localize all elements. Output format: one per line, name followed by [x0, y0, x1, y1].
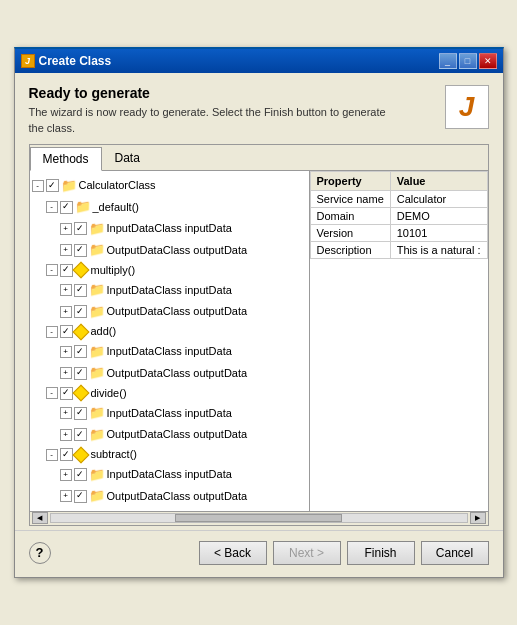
tree-pane[interactable]: - ✓ 📁 CalculatorClass - ✓ 📁 _default() +: [30, 171, 310, 511]
prop-val-desc: This is a natural :: [390, 241, 487, 258]
expander-add[interactable]: -: [46, 326, 58, 338]
prop-val-service: Calculator: [390, 190, 487, 207]
tree-item-multiply-input: + ✓ 📁 InputDataClass inputData: [32, 279, 307, 301]
checkbox-multiply[interactable]: ✓: [60, 264, 73, 277]
expander-subtract-output[interactable]: +: [60, 490, 72, 502]
prop-row-service: Service name Calculator: [310, 190, 487, 207]
back-button[interactable]: < Back: [199, 541, 267, 565]
expander-multiply[interactable]: -: [46, 264, 58, 276]
dialog-content: Ready to generate The wizard is now read…: [15, 73, 503, 526]
expander-default-input[interactable]: +: [60, 223, 72, 235]
diamond-icon-add: [72, 323, 89, 340]
next-button[interactable]: Next >: [273, 541, 341, 565]
checkbox-subtract[interactable]: ✓: [60, 448, 73, 461]
expander-divide-output[interactable]: +: [60, 429, 72, 441]
label-multiply-output: OutputDataClass outputData: [107, 303, 248, 320]
checkbox-default-output[interactable]: ✓: [74, 244, 87, 257]
label-multiply-input: InputDataClass inputData: [107, 282, 232, 299]
label-subtract: subtract(): [91, 446, 137, 463]
checkbox-add-output[interactable]: ✓: [74, 367, 87, 380]
tree-item-add: - ✓ add(): [32, 322, 307, 341]
tree-root: - ✓ 📁 CalculatorClass: [32, 175, 307, 197]
checkbox-add[interactable]: ✓: [60, 325, 73, 338]
label-divide: divide(): [91, 385, 127, 402]
finish-button[interactable]: Finish: [347, 541, 415, 565]
checkbox-default-input[interactable]: ✓: [74, 222, 87, 235]
label-divide-output: OutputDataClass outputData: [107, 426, 248, 443]
title-bar: J Create Class _ □ ✕: [15, 49, 503, 73]
expander-subtract[interactable]: -: [46, 449, 58, 461]
expander-subtract-input[interactable]: +: [60, 469, 72, 481]
cancel-button[interactable]: Cancel: [421, 541, 489, 565]
label-default-input: InputDataClass inputData: [107, 220, 232, 237]
folder-icon-subtract-output: 📁: [89, 486, 105, 506]
folder-icon-root: 📁: [61, 176, 77, 196]
checkbox-divide[interactable]: ✓: [60, 387, 73, 400]
expander-multiply-output[interactable]: +: [60, 306, 72, 318]
expander-divide[interactable]: -: [46, 387, 58, 399]
checkbox-divide-output[interactable]: ✓: [74, 428, 87, 441]
tree-item-add-output: + ✓ 📁 OutputDataClass outputData: [32, 362, 307, 384]
property-table: Property Value Service name Calculator D…: [310, 171, 488, 259]
tree-item-divide-output: + ✓ 📁 OutputDataClass outputData: [32, 424, 307, 446]
scroll-right-button[interactable]: ▶: [470, 512, 486, 524]
scroll-track[interactable]: [50, 513, 468, 523]
checkbox-multiply-input[interactable]: ✓: [74, 284, 87, 297]
footer-left: ?: [29, 542, 51, 564]
maximize-button[interactable]: □: [459, 53, 477, 69]
folder-icon-default: 📁: [75, 197, 91, 217]
expander-divide-input[interactable]: +: [60, 407, 72, 419]
checkbox-add-input[interactable]: ✓: [74, 345, 87, 358]
label-multiply: multiply(): [91, 262, 136, 279]
diamond-icon-multiply: [72, 262, 89, 279]
help-button[interactable]: ?: [29, 542, 51, 564]
diamond-icon-divide: [72, 385, 89, 402]
prop-key-domain: Domain: [310, 207, 390, 224]
folder-icon-default-input: 📁: [89, 219, 105, 239]
tree-item-multiply: - ✓ multiply(): [32, 261, 307, 280]
title-icon: J: [21, 54, 35, 68]
checkbox-root[interactable]: ✓: [46, 179, 59, 192]
expander-root[interactable]: -: [32, 180, 44, 192]
tree-item-divide-input: + ✓ 📁 InputDataClass inputData: [32, 402, 307, 424]
scrollbar-area: ◀ ▶: [30, 511, 488, 525]
expander-default[interactable]: -: [46, 201, 58, 213]
tree-item-subtract: - ✓ subtract(): [32, 445, 307, 464]
tab-header: Methods Data: [30, 145, 488, 171]
label-subtract-output: OutputDataClass outputData: [107, 488, 248, 505]
tree-item-divide: - ✓ divide(): [32, 384, 307, 403]
checkbox-divide-input[interactable]: ✓: [74, 407, 87, 420]
tab-methods[interactable]: Methods: [30, 147, 102, 171]
expander-default-output[interactable]: +: [60, 244, 72, 256]
checkbox-subtract-input[interactable]: ✓: [74, 468, 87, 481]
label-default: _default(): [93, 199, 139, 216]
prop-row-domain: Domain DEMO: [310, 207, 487, 224]
folder-icon-divide-output: 📁: [89, 425, 105, 445]
expander-multiply-input[interactable]: +: [60, 284, 72, 296]
header-description: The wizard is now ready to generate. Sel…: [29, 105, 399, 136]
close-button[interactable]: ✕: [479, 53, 497, 69]
checkbox-default[interactable]: ✓: [60, 201, 73, 214]
prop-row-desc: Description This is a natural :: [310, 241, 487, 258]
checkbox-subtract-output[interactable]: ✓: [74, 490, 87, 503]
prop-row-version: Version 10101: [310, 224, 487, 241]
checkbox-multiply-output[interactable]: ✓: [74, 305, 87, 318]
folder-icon-divide-input: 📁: [89, 403, 105, 423]
expander-add-input[interactable]: +: [60, 346, 72, 358]
tree-item-default-input: + ✓ 📁 InputDataClass inputData: [32, 218, 307, 240]
col-value: Value: [390, 171, 487, 190]
label-add-output: OutputDataClass outputData: [107, 365, 248, 382]
minimize-button[interactable]: _: [439, 53, 457, 69]
label-divide-input: InputDataClass inputData: [107, 405, 232, 422]
create-class-dialog: J Create Class _ □ ✕ Ready to generate T…: [14, 47, 504, 578]
expander-add-output[interactable]: +: [60, 367, 72, 379]
tab-data[interactable]: Data: [102, 146, 153, 171]
col-property: Property: [310, 171, 390, 190]
tree-item-default: - ✓ 📁 _default(): [32, 196, 307, 218]
label-add-input: InputDataClass inputData: [107, 343, 232, 360]
folder-icon-multiply-input: 📁: [89, 280, 105, 300]
label-subtract-input: InputDataClass inputData: [107, 466, 232, 483]
tree-item-subtract-input: + ✓ 📁 InputDataClass inputData: [32, 464, 307, 486]
scroll-thumb[interactable]: [175, 514, 341, 522]
scroll-left-button[interactable]: ◀: [32, 512, 48, 524]
